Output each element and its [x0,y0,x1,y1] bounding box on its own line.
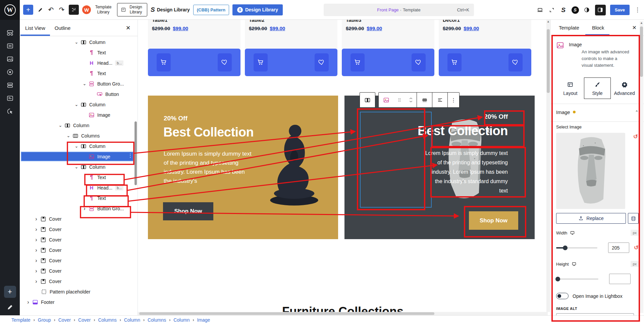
tab-layout[interactable]: Layout [557,77,584,99]
expander-right-icon[interactable]: › [33,257,40,264]
hero-right-shop-now-button[interactable]: Shop Now [469,211,518,230]
justify-icon[interactable] [432,93,447,107]
wordpress-logo[interactable]: W [0,0,20,20]
product-price[interactable]: $99.00 [367,25,382,31]
hero-right-offer[interactable]: 20% Off [484,113,508,120]
close-list-view-icon[interactable]: ✕ [125,24,131,31]
list-view-row-text[interactable]: ¶Text [20,172,138,182]
breadcrumb-item-cover[interactable]: Cover [58,317,71,323]
expander-down-icon[interactable]: ⌄ [73,143,80,150]
hero-right-paragraph[interactable]: Lorem Ipsum is simply dummy textof the p… [425,149,508,196]
starter-templates-icon[interactable]: S [560,6,567,14]
add-new-button[interactable]: + [4,286,16,298]
responsive-device-icon[interactable] [572,262,577,267]
list-view-row-button-gro[interactable]: ›Button Gro... [20,203,138,214]
list-view-row-head[interactable]: HHead...b... [20,182,138,193]
breadcrumb-item-template[interactable]: Template [11,317,31,323]
contrast-icon[interactable] [583,6,591,14]
breadcrumb-item-image[interactable]: Image [197,317,210,323]
list-view-row-footer[interactable]: ›Footer [20,297,138,307]
expander-right-icon[interactable]: › [81,205,88,212]
expander-right-icon[interactable]: › [33,247,40,254]
preview-device-icon[interactable] [536,6,544,14]
template-library-button[interactable]: W Template Library [82,5,114,15]
tab-block[interactable]: Block [592,25,604,31]
media-library-icon[interactable] [628,213,639,224]
design-library-badge-icon[interactable]: S [572,6,579,14]
breadcrumb-item-columns[interactable]: Columns [98,317,116,323]
redo-icon[interactable]: ↷ [58,6,65,13]
list-view-toggle-button[interactable] [69,5,79,15]
width-unit-badge[interactable]: px [631,230,639,236]
add-to-cart-button[interactable] [447,53,462,71]
reset-width-icon[interactable]: ↺ [634,244,639,251]
add-to-cart-button[interactable] [351,53,365,71]
rows-icon[interactable] [6,82,14,89]
list-view-row-pattern-placeholder[interactable]: Pattern placeholder [20,286,138,297]
height-unit-badge[interactable]: px [631,261,639,267]
edit-mode-pencil-icon[interactable] [37,6,44,13]
list-view-row-columns[interactable]: ⌄Columns [20,130,138,141]
list-view-row-cover[interactable]: ›Cover [20,234,138,245]
undo-icon[interactable]: ↶ [47,6,55,13]
breadcrumb-item-columns[interactable]: Columns [148,317,166,323]
settings-scrollbar[interactable]: ▲ [640,21,643,313]
list-view-row-button[interactable]: Button [20,89,138,99]
image-preview[interactable] [556,133,625,209]
list-view-row-cover[interactable]: ›Cover [20,276,138,286]
expander-down-icon[interactable]: ⌄ [65,132,72,140]
breadcrumb-item-column[interactable]: Column [124,317,140,323]
expander-right-icon[interactable]: › [33,226,40,233]
drag-handle-icon[interactable] [394,93,405,107]
breadcrumb-item-cover[interactable]: Cover [78,317,91,323]
click-icon[interactable] [6,108,14,115]
hero-left-shop-now-button[interactable]: Shop Now [163,202,213,220]
select-parent-column-button[interactable] [360,93,375,107]
height-slider[interactable] [556,278,598,280]
wishlist-button[interactable] [218,53,232,71]
product-price[interactable]: $99.00 [173,25,188,31]
save-button[interactable]: Save [610,5,630,15]
breadcrumb-item-group[interactable]: Group [38,317,51,323]
product-price[interactable]: $99.00 [464,25,479,31]
expander-right-icon[interactable]: › [24,299,32,306]
list-view-row-cover[interactable]: ›Cover [20,224,138,234]
move-up-down-icon[interactable] [405,93,417,107]
reset-image-icon[interactable]: ↺ [633,133,638,140]
design-library-text-button[interactable]: S Design Library [151,6,190,13]
wishlist-button[interactable] [412,53,426,71]
badge-icon[interactable] [6,68,14,76]
fullscreen-icon[interactable] [548,6,555,14]
row-options-kebab-icon[interactable]: ⋮ [128,153,133,159]
list-view-row-text[interactable]: ¶Text [20,193,138,203]
expander-down-icon[interactable]: ⌄ [73,39,80,46]
hero-right-title[interactable]: Best Collection [418,124,508,138]
responsive-device-icon[interactable] [570,230,575,235]
design-library-primary-button[interactable]: S Design Library [232,4,283,15]
expander-down-icon[interactable]: ⌄ [81,80,88,88]
tab-template[interactable]: Template [559,25,579,31]
list-view-row-column[interactable]: ⌄Column [20,141,138,151]
replace-image-button[interactable]: Replace [556,213,626,224]
list-view-row-cover[interactable]: ›Cover [20,245,138,255]
product-price[interactable]: $99.00 [270,25,285,31]
tab-outline[interactable]: Outline [50,20,75,36]
width-value-input[interactable]: 205 [608,242,629,253]
edit-pencil-icon[interactable] [7,304,13,311]
dashboard-icon[interactable] [6,29,14,37]
list-view-row-column[interactable]: ⌄Column [20,120,138,130]
list-view-row-text[interactable]: ¶Text [20,47,138,58]
list-view-row-button-gro[interactable]: ⌄Button Gro... [20,78,138,89]
list-view-row-cover[interactable]: ›Cover [20,266,138,276]
list-view-row-cover[interactable]: ›Cover [20,255,138,266]
canvas-horizontal-scrollbar[interactable] [138,312,548,315]
lightbox-toggle[interactable] [556,293,569,299]
media-icon[interactable] [6,55,14,63]
list-view-scrollbar[interactable] [135,121,137,185]
design-library-boxed-button[interactable]: Design Library [117,3,147,16]
list-view-row-column[interactable]: ⌄Column [20,162,138,172]
hero-left-cover[interactable]: 20% Off Best Collection Lorem Ipsum is s… [148,96,338,239]
hero-left-title[interactable]: Best Collection [163,125,254,140]
expander-down-icon[interactable]: ⌄ [57,122,64,129]
seated-statue-image[interactable] [265,112,323,216]
